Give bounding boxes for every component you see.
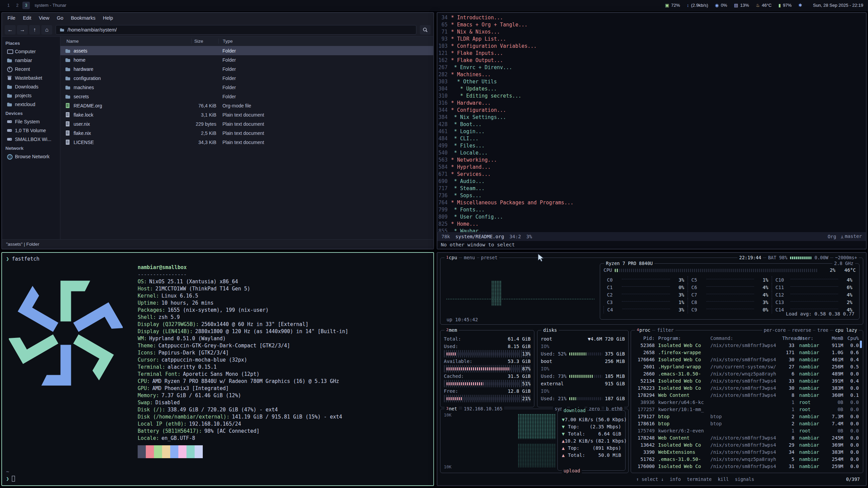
- column-header-type[interactable]: Type: [218, 39, 433, 44]
- process-row[interactable]: 176646 Isolated Web Co /nix/store/sm8fnr…: [632, 356, 862, 363]
- menu-item[interactable]: Edit: [19, 14, 35, 22]
- org-heading-line[interactable]: 825 * Home...: [437, 221, 866, 228]
- org-heading-line[interactable]: 303 * Other Utils: [437, 78, 866, 85]
- path-bar[interactable]: /home/nambiar/system/: [56, 25, 416, 35]
- org-heading-line[interactable]: 93 * TLDR App List...: [437, 36, 866, 43]
- org-heading-line[interactable]: 34 * Introduction...: [437, 14, 866, 21]
- sort-selector[interactable]: cpu lazy: [833, 327, 859, 333]
- process-row[interactable]: 52368 Isolated Web Co /nix/store/sm8fnrf…: [632, 342, 862, 349]
- menu-item[interactable]: View: [35, 14, 53, 22]
- home-icon[interactable]: ⌂: [41, 25, 52, 35]
- footer-action[interactable]: info: [670, 476, 681, 483]
- process-row[interactable]: 176223 Isolated Web Co /nix/store/sm8fnr…: [632, 385, 862, 392]
- org-heading-line[interactable]: 690 * Audio...: [437, 178, 866, 185]
- process-option[interactable]: per-core: [762, 327, 788, 333]
- file-row[interactable]: configuration Folder: [60, 74, 433, 83]
- footer-action[interactable]: terminate: [687, 476, 712, 483]
- cpu-panel-button[interactable]: preset: [479, 255, 499, 260]
- org-heading-line[interactable]: 267 * Envrc + Direnv...: [437, 64, 866, 71]
- workspace-button[interactable]: 1: [5, 2, 12, 9]
- file-row[interactable]: flake.nix 2,5 KiB Plain text document: [60, 128, 433, 138]
- filter-button[interactable]: filter: [655, 327, 675, 333]
- process-row[interactable]: 3390 WebExtensions /nix/store/sm8fnrf3wp…: [632, 449, 862, 456]
- workspace-button[interactable]: 3: [22, 2, 30, 9]
- process-row[interactable]: 178616 btop btop 2 nambiar 7.4M 0.0: [632, 420, 862, 427]
- sidebar-item[interactable]: nextcloud: [2, 100, 60, 109]
- org-heading-line[interactable]: 282 * Machines...: [437, 71, 866, 78]
- file-row[interactable]: user.nix 229 bytes Plain text document: [60, 119, 433, 128]
- org-heading-line[interactable]: 310 * Editing secrets...: [437, 93, 866, 100]
- footer-action[interactable]: signals: [735, 476, 754, 483]
- file-row[interactable]: assets Folder: [60, 46, 433, 55]
- process-row[interactable]: 177257 kworker/10:1-mm_ 1 root 0B 0.0: [632, 406, 862, 413]
- sidebar-item[interactable]: Browse Network: [2, 152, 60, 161]
- file-row[interactable]: machines Folder: [60, 83, 433, 92]
- sidebar-item[interactable]: SMALLBOX Wi...: [2, 135, 60, 144]
- col-program[interactable]: Program:: [655, 335, 708, 342]
- org-heading-line[interactable]: 162 * Flake Output...: [437, 57, 866, 64]
- process-option[interactable]: tree: [815, 327, 830, 333]
- process-row[interactable]: 178248 Web Content /nix/store/sm8fnrf3wp…: [632, 434, 862, 442]
- column-header-size[interactable]: Size: [191, 39, 218, 44]
- sidebar-item[interactable]: 1,0 TB Volume: [2, 126, 60, 135]
- process-scrollbar[interactable]: [860, 341, 862, 348]
- file-row[interactable]: LICENSE 34,3 KiB Plain text document: [60, 138, 433, 147]
- process-row[interactable]: 51762 .emacs-31.0.50- /nix/store/wnqz5pa…: [632, 456, 862, 463]
- org-heading-line[interactable]: 65 * Emacs + Org + Tangle...: [437, 21, 866, 28]
- sidebar-item[interactable]: nambiar: [2, 56, 60, 65]
- org-heading-line[interactable]: 584 * Hyprland...: [437, 164, 866, 171]
- process-row[interactable]: 2601 .Hyprland-wrapp /run/current-system…: [632, 363, 862, 370]
- sidebar-item[interactable]: Computer: [2, 47, 60, 56]
- col-command[interactable]: Command:: [708, 335, 782, 342]
- col-threads[interactable]: Threads:: [782, 335, 794, 342]
- sidebar-item[interactable]: Downloads: [2, 82, 60, 91]
- org-heading-line[interactable]: 717 * Steam...: [437, 185, 866, 192]
- shell-prompt[interactable]: ❯: [6, 475, 429, 483]
- process-row[interactable]: 176000 Isolated Web Co /nix/store/sm8fnr…: [632, 463, 862, 470]
- org-heading-line[interactable]: 384 * Nix Settings...: [437, 114, 866, 121]
- sidebar-item[interactable]: Recent: [2, 65, 60, 74]
- file-row[interactable]: flake.lock 3,1 KiB Plain text document: [60, 110, 433, 119]
- footer-action[interactable]: ↑ select ↓: [636, 476, 664, 483]
- process-row[interactable]: 178294 Web Content /nix/store/sm8fnrf3wp…: [632, 392, 862, 399]
- process-row[interactable]: 38936 kworker/u64:6-kc 1 root 0B 0.0: [632, 399, 862, 406]
- file-row[interactable]: hardware Folder: [60, 64, 433, 74]
- org-heading-line[interactable]: 428 * Boot...: [437, 121, 866, 128]
- workspace-button[interactable]: 2: [14, 2, 21, 9]
- org-heading-line[interactable]: 461 * Login...: [437, 128, 866, 135]
- col-pid[interactable]: Pid:: [635, 335, 655, 342]
- org-heading-line[interactable]: 799 * Fonts...: [437, 206, 866, 214]
- file-row[interactable]: README.org 76,4 KiB Org-mode file: [60, 101, 433, 110]
- column-header-name[interactable]: Name: [60, 39, 191, 44]
- org-heading-line[interactable]: 736 * Sops...: [437, 192, 866, 199]
- org-heading-line[interactable]: 484 * CLI...: [437, 135, 866, 142]
- process-row[interactable]: 179127 btop btop 2 nambiar 7.3M 0.0: [632, 413, 862, 420]
- menu-item[interactable]: Bookmarks: [67, 14, 99, 22]
- org-heading-line[interactable]: 855 * Waubar...: [437, 228, 866, 232]
- org-heading-line[interactable]: 103 * Configuration Variables...: [437, 43, 866, 50]
- search-button[interactable]: [420, 25, 431, 35]
- process-row[interactable]: 52134 Isolated Web Co /nix/store/sm8fnrf…: [632, 378, 862, 385]
- cpu-panel-button[interactable]: menu: [462, 255, 477, 260]
- col-user[interactable]: User:: [794, 335, 824, 342]
- org-heading-line[interactable]: 316 * Hardware...: [437, 100, 866, 107]
- org-heading-line[interactable]: 671 * Services...: [437, 171, 866, 178]
- process-row[interactable]: 13642 Isolated Web Co /nix/store/sm8fnrf…: [632, 442, 862, 449]
- menu-item[interactable]: Go: [54, 14, 67, 22]
- up-icon[interactable]: ↑: [29, 25, 40, 35]
- menu-item[interactable]: File: [4, 14, 19, 22]
- process-row[interactable]: 2658 .firefox-wrappe 171 nambiar 1.0G 0.…: [632, 349, 862, 356]
- file-row[interactable]: secrets Folder: [60, 92, 433, 101]
- process-row[interactable]: 2660 .emacs-31.0.50- /nix/store/wnqz5pa8…: [632, 370, 862, 378]
- process-row[interactable]: 175749 kworker/6:2-even 1 root 0B 0.0: [632, 427, 862, 434]
- org-heading-line[interactable]: 344 * Configuration...: [437, 107, 866, 114]
- col-cpu[interactable]: Cpu%: [843, 335, 859, 342]
- menu-item[interactable]: Help: [99, 14, 116, 22]
- org-heading-line[interactable]: 499 * Files...: [437, 142, 866, 149]
- footer-action[interactable]: kill: [718, 476, 729, 483]
- col-mem[interactable]: MemB: [824, 335, 843, 342]
- file-row[interactable]: home Folder: [60, 55, 433, 64]
- forward-icon[interactable]: →: [17, 25, 28, 35]
- org-heading-line[interactable]: 121 * Flake Inputs...: [437, 50, 866, 57]
- sidebar-item[interactable]: Wastebasket: [2, 74, 60, 82]
